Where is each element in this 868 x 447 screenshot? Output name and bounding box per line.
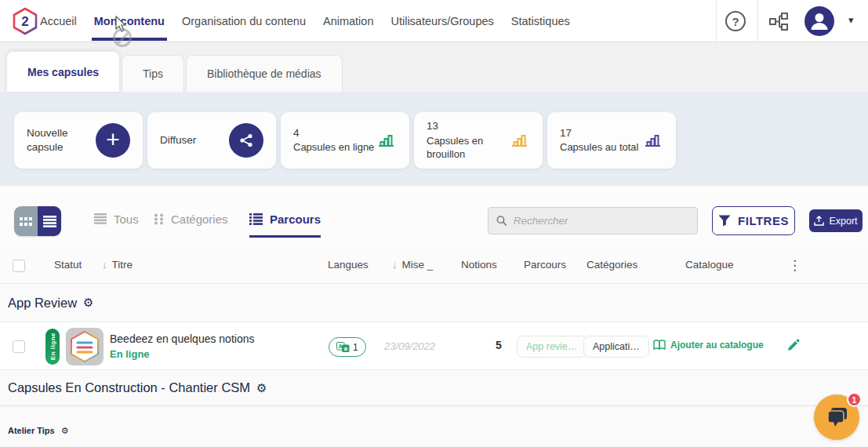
categories-chip[interactable]: Applicati… [583,336,649,358]
search-icon [496,215,507,227]
sort-desc-icon: ↓ [392,259,398,271]
diffuser-label: Diffuser [160,133,196,147]
add-to-catalogue-label: Ajouter au catalogue [670,340,764,351]
filtres-button[interactable]: FILTRES [712,206,795,235]
divider [716,0,717,42]
book-icon [653,340,666,351]
stats-cards-section: Nouvelle capsule + Diffuser 4 Capsules e… [0,92,868,186]
search-box [488,207,698,234]
list-icon [94,213,107,224]
bar-chart-icon [509,129,530,153]
funnel-icon [718,215,731,227]
filter-tab-categories[interactable]: Catégories [154,205,228,233]
diffuser-card[interactable]: Diffuser [147,112,276,169]
share-icon[interactable] [229,123,263,158]
tab-label: Tips [143,67,163,80]
stat-count: 4 [293,126,374,140]
new-capsule-label: Nouvelle capsule [27,126,96,154]
column-parcours[interactable]: Parcours [524,259,566,271]
tab-mes-capsules[interactable]: Mes capsules [6,51,120,92]
nav-item-organisation[interactable]: Organisation du contenu [182,15,306,27]
nav-item-animation[interactable]: Animation [323,15,373,27]
user-avatar[interactable] [804,6,834,36]
column-notions[interactable]: Notions [461,259,497,271]
capsules-brouillon-card[interactable]: 13 Capsules en brouillon [414,112,543,169]
plus-glyph: + [106,128,120,151]
column-statut[interactable]: Statut [54,259,82,271]
translate-icon: A a [336,342,350,353]
nav-item-utilisateurs[interactable]: Utilisateurs/Groupes [390,15,493,27]
capsule-row[interactable]: En ligne Beedeez en quelques notions En … [0,322,868,370]
capsules-en-ligne-card[interactable]: 4 Capsules en ligne [281,112,409,169]
column-langues[interactable]: Langues [328,259,369,271]
row-checkbox[interactable] [13,340,25,353]
list-view-icon[interactable] [38,206,61,236]
select-all-checkbox[interactable] [13,260,25,272]
column-titre[interactable]: ↓Titre [102,259,133,271]
capsule-title: Beedeez en quelques notions [110,333,254,345]
capsule-title-block[interactable]: Beedeez en quelques notions En ligne [110,333,254,360]
gear-icon[interactable]: ⚙ [61,426,69,436]
divider [0,405,868,406]
column-mise-a-jour[interactable]: ↓Mise _ [392,259,433,271]
updated-date: 23/09/2022 [384,340,435,352]
content-tabbar: Mes capsules Tips Bibliothèque de médias [0,42,868,92]
stat-label: Capsules en ligne [293,140,374,154]
filter-tab-label: Tous [114,213,139,226]
tab-bibliotheque[interactable]: Bibliothèque de médias [186,55,343,92]
filter-tab-parcours[interactable]: Parcours [249,205,321,233]
export-button[interactable]: Export [809,209,863,232]
stat-label: Capsules en brouillon [427,134,509,162]
kebab-menu-icon[interactable]: ⋮ [788,257,801,274]
column-categories[interactable]: Catégories [587,259,637,271]
account-caret-icon[interactable]: ▾ [848,14,854,26]
new-capsule-card[interactable]: Nouvelle capsule + [14,112,143,169]
tab-label: Mes capsules [27,66,99,78]
unread-badge: 1 [847,392,862,407]
view-toggle [14,206,61,236]
tab-tips[interactable]: Tips [122,55,184,92]
group-header-app-review: App Review ⚙ [0,284,868,322]
stat-label: Capsules au total [560,140,638,154]
nav-item-accueil[interactable]: Accueil [40,15,77,27]
sort-desc-icon: ↓ [102,259,107,271]
filter-tab-label: Catégories [171,213,228,226]
chat-widget-button[interactable]: 1 [814,394,859,440]
plus-icon[interactable]: + [96,123,130,158]
capsules-total-card[interactable]: 17 Capsules au total [547,112,676,169]
stat-count: 13 [427,119,509,133]
brand-logo-icon[interactable]: 2 [10,6,40,36]
gear-icon[interactable]: ⚙ [83,296,93,310]
capsule-thumbnail[interactable] [66,328,104,365]
org-chart-icon[interactable] [768,11,790,33]
group-header-chantier-csm: Capsules En Construction - Chantier CSM … [0,370,868,405]
blocked-cursor-icon [113,28,132,47]
export-icon [814,216,824,226]
dots-grid-icon [154,213,164,225]
filter-tab-tous[interactable]: Tous [94,205,139,233]
parcours-chip[interactable]: App revie… [517,336,587,358]
edit-pencil-icon[interactable] [786,337,801,355]
capsule-status: En ligne [110,348,254,360]
column-label: Titre [112,259,133,271]
add-to-catalogue-link[interactable]: Ajouter au catalogue [653,340,764,351]
search-input[interactable] [514,215,689,227]
nav-item-mon-contenu[interactable]: Mon contenu [94,15,165,27]
notions-count: 5 [496,339,502,351]
group-title: App Review [8,296,77,311]
langues-count: 1 [353,342,358,353]
gear-icon[interactable]: ⚙ [256,381,267,395]
status-badge: En ligne [45,329,60,365]
table-header: Statut ↓Titre Langues ↓Mise _ Notions Pa… [0,249,868,284]
bar-chart-icon [642,129,663,153]
nav-item-statistiques[interactable]: Statistiques [511,15,570,27]
group-title: Atelier Tips [8,426,55,435]
list-detail-icon [249,213,263,225]
help-icon[interactable]: ? [725,11,746,31]
column-label: Mise _ [402,259,434,271]
grid-view-icon[interactable] [14,206,38,236]
divider [757,0,758,42]
stat-count: 17 [560,126,638,140]
column-catalogue[interactable]: Catalogue [685,259,734,271]
app-window: 2 Accueil Mon contenu Organisation du co… [0,0,868,447]
